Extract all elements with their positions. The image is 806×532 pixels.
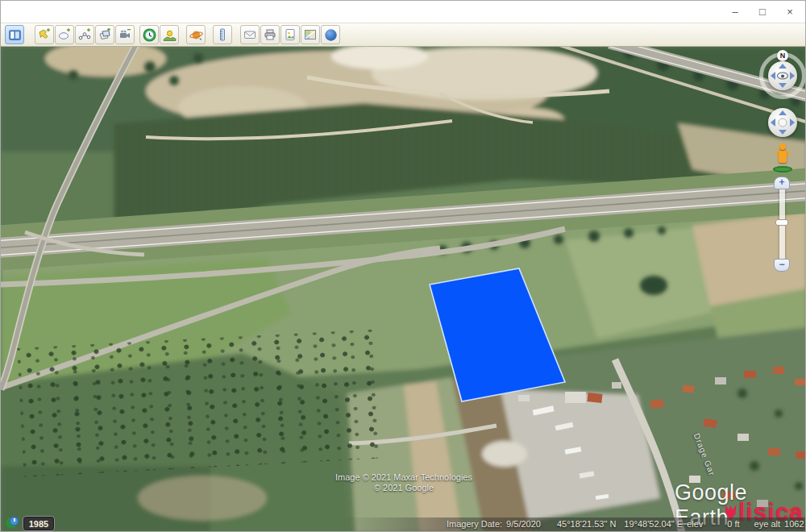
- google-earth-window: – □ ×: [0, 0, 806, 532]
- move-left-arrow-icon[interactable]: [771, 118, 775, 127]
- look-left-arrow-icon[interactable]: [771, 72, 775, 80]
- look-joystick[interactable]: [768, 61, 797, 90]
- move-up-arrow-icon[interactable]: [779, 110, 787, 115]
- save-image-button[interactable]: [280, 25, 300, 44]
- tour-camera-icon: [118, 28, 131, 41]
- globe-button[interactable]: [321, 25, 340, 44]
- look-up-arrow-icon[interactable]: [779, 64, 787, 69]
- zoom-in-button[interactable]: +: [774, 177, 790, 189]
- email-button[interactable]: [240, 25, 260, 44]
- view-in-google-maps-button[interactable]: [301, 25, 320, 44]
- move-right-arrow-icon[interactable]: [790, 118, 795, 127]
- print-button[interactable]: [260, 25, 280, 44]
- map-viewport[interactable]: Drage Gar Image © 2021 Maxar Technologie…: [1, 47, 806, 532]
- longitude-value: 19°48'52.04" E: [624, 519, 683, 529]
- printer-icon: [264, 28, 276, 41]
- sidebar-icon: [8, 28, 22, 42]
- email-envelope-icon: [243, 28, 256, 41]
- historical-imagery-button[interactable]: [139, 25, 159, 44]
- latitude-value: 45°18'21.53" N: [557, 519, 616, 529]
- add-polygon-button[interactable]: [55, 25, 74, 44]
- eye-altitude-value: 1062 ft: [784, 519, 806, 529]
- saturn-icon: [189, 28, 203, 42]
- eye-altitude-label: eye alt: [754, 519, 780, 529]
- minimize-button[interactable]: –: [721, 1, 749, 23]
- toolbar: [1, 23, 806, 47]
- add-placemark-button[interactable]: [35, 25, 54, 44]
- eye-icon: [777, 73, 788, 80]
- switch-planets-button[interactable]: [186, 25, 206, 44]
- path-icon: [78, 28, 91, 41]
- pan-hand-icon: [779, 118, 787, 127]
- polygon-icon: [58, 28, 71, 41]
- elevation-label: elev: [687, 519, 703, 529]
- history-clock-icon: [143, 28, 156, 42]
- image-overlay-icon: [98, 28, 111, 41]
- record-tour-button[interactable]: [115, 25, 135, 44]
- pegman-control[interactable]: [771, 143, 794, 172]
- zoom-out-button[interactable]: −: [774, 259, 790, 272]
- imagery-date-value: 9/5/2020: [506, 519, 541, 529]
- elevation-value: 0 ft: [727, 519, 739, 529]
- look-right-arrow-icon[interactable]: [790, 72, 795, 80]
- imagery-date-label: Imagery Date:: [447, 519, 502, 529]
- pegman-base: [773, 166, 792, 172]
- sunlight-icon: [163, 28, 177, 42]
- move-joystick[interactable]: [768, 108, 797, 137]
- move-down-arrow-icon[interactable]: [779, 130, 787, 135]
- sunlight-button[interactable]: [160, 25, 179, 44]
- orchard-trees: [17, 329, 386, 476]
- north-indicator[interactable]: N: [777, 50, 788, 61]
- close-button[interactable]: ×: [776, 1, 804, 23]
- pegman-body: [779, 150, 787, 163]
- placemark-pin-icon: [38, 28, 51, 41]
- save-image-icon: [284, 28, 297, 41]
- toggle-sidebar-button[interactable]: [5, 25, 24, 44]
- ruler-icon: [216, 28, 229, 41]
- pegman-head: [779, 143, 786, 150]
- add-path-button[interactable]: [75, 25, 94, 44]
- window-titlebar: – □ ×: [1, 1, 806, 23]
- show-ruler-button[interactable]: [213, 25, 232, 44]
- maximize-button[interactable]: □: [749, 1, 776, 23]
- globe-icon: [324, 28, 338, 42]
- status-bar-text: Imagery Date: 9/5/2020 45°18'21.53" N 19…: [447, 519, 806, 529]
- look-down-arrow-icon[interactable]: [779, 83, 787, 88]
- google-maps-icon: [304, 28, 317, 41]
- add-image-overlay-button[interactable]: [95, 25, 114, 44]
- zoom-slider-thumb[interactable]: [775, 219, 788, 226]
